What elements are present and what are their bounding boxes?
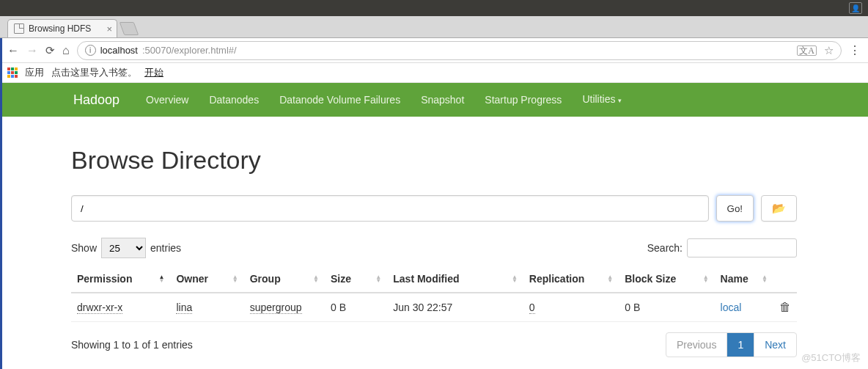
col-blocksize[interactable]: Block Size▲▼ (619, 266, 714, 293)
go-button[interactable]: Go! (716, 195, 754, 222)
nav-startup-progress[interactable]: Startup Progress (474, 83, 572, 117)
apps-icon[interactable] (7, 67, 18, 78)
nav-datanodes[interactable]: Datanodes (199, 83, 269, 117)
pager: Previous 1 Next (666, 332, 797, 357)
search-label: Search: (647, 242, 683, 254)
cell-size: 0 B (325, 293, 387, 322)
sort-icon: ▲▼ (313, 275, 319, 282)
window-titlebar: 👤 (0, 0, 868, 16)
nav-overview[interactable]: Overview (136, 83, 199, 117)
entries-label: entries (150, 242, 181, 254)
page-size-select[interactable]: 25 (101, 238, 146, 258)
pager-prev[interactable]: Previous (666, 333, 727, 357)
col-replication[interactable]: Replication▲▼ (523, 266, 619, 293)
user-icon[interactable]: 👤 (849, 2, 862, 14)
pager-page-1[interactable]: 1 (727, 333, 754, 357)
tab-title: Browsing HDFS (29, 23, 91, 34)
col-group[interactable]: Group▲▼ (244, 266, 325, 293)
directory-table: Permission▲▼ Owner▲▼ Group▲▼ Size▲▼ Last… (71, 266, 797, 322)
sort-icon: ▲▼ (375, 275, 381, 282)
table-row: drwxr-xr-x lina supergroup 0 B Jun 30 22… (71, 293, 797, 322)
cell-owner[interactable]: lina (176, 302, 192, 314)
bookmark-star-icon[interactable]: ☆ (824, 44, 834, 57)
col-permission[interactable]: Permission▲▼ (71, 266, 170, 293)
forward-icon[interactable]: → (26, 44, 38, 57)
back-icon[interactable]: ← (7, 44, 19, 57)
page-icon (14, 23, 24, 34)
close-tab-icon[interactable]: × (106, 23, 112, 34)
col-size[interactable]: Size▲▼ (325, 266, 387, 293)
col-name[interactable]: Name▲▼ (715, 266, 773, 293)
nav-snapshot[interactable]: Snapshot (411, 83, 474, 117)
start-bookmark-link[interactable]: 开始 (144, 66, 163, 79)
cell-permission[interactable]: drwxr-xr-x (77, 302, 122, 314)
app-navbar: Hadoop Overview Datanodes Datanode Volum… (0, 83, 868, 117)
menu-icon[interactable]: ⋮ (849, 43, 861, 57)
pager-next[interactable]: Next (754, 333, 796, 357)
reload-icon[interactable]: ⟳ (45, 44, 55, 57)
left-edge-stripe (0, 38, 2, 369)
brand-label[interactable]: Hadoop (73, 92, 119, 108)
cell-modified: Jun 30 22:57 (387, 293, 523, 322)
open-folder-button[interactable] (761, 195, 797, 222)
nav-utilities[interactable]: Utilities ▾ (572, 82, 632, 117)
main-container: Browse Directory Go! Show 25 entries Sea… (71, 146, 797, 369)
translate-icon[interactable]: 文A (797, 45, 817, 56)
show-label: Show (71, 242, 97, 254)
sort-icon: ▲▼ (232, 275, 238, 282)
url-bar[interactable]: i localhost:50070/explorer.html#/ 文A ☆ (77, 41, 842, 60)
browser-tab-strip: Browsing HDFS × (0, 16, 868, 38)
new-tab-button[interactable] (119, 22, 139, 35)
sort-icon: ▲▼ (607, 275, 613, 282)
sort-icon: ▲▼ (512, 275, 518, 282)
sort-icon: ▲▼ (762, 275, 768, 282)
table-info: Showing 1 to 1 of 1 entries (71, 339, 193, 351)
col-modified[interactable]: Last Modified▲▼ (387, 266, 523, 293)
nav-volume-failures[interactable]: Datanode Volume Failures (269, 83, 411, 117)
col-owner[interactable]: Owner▲▼ (170, 266, 243, 293)
caret-down-icon: ▾ (618, 97, 622, 104)
cell-replication[interactable]: 0 (529, 302, 535, 314)
search-input[interactable] (687, 238, 797, 257)
page-title: Browse Directory (71, 146, 797, 175)
url-path: :50070/explorer.html#/ (142, 45, 237, 56)
browser-tab[interactable]: Browsing HDFS × (7, 19, 117, 37)
cell-blocksize: 0 B (619, 293, 714, 322)
import-bookmarks-hint: 点击这里导入书签。 (51, 66, 137, 79)
info-icon[interactable]: i (85, 45, 96, 56)
sort-icon: ▲▼ (158, 275, 164, 282)
browser-nav-bar: ← → ⟳ ⌂ i localhost:50070/explorer.html#… (0, 38, 868, 63)
apps-label[interactable]: 应用 (25, 66, 44, 79)
bookmarks-bar: 应用 点击这里导入书签。 开始 (0, 63, 868, 83)
sort-icon: ▲▼ (703, 275, 709, 282)
cell-group[interactable]: supergroup (250, 302, 302, 314)
url-host: localhost (100, 45, 138, 56)
watermark: @51CTO博客 (801, 351, 861, 365)
delete-icon[interactable]: 🗑 (779, 301, 791, 313)
folder-open-icon (772, 202, 786, 215)
path-input[interactable] (71, 195, 709, 222)
home-icon[interactable]: ⌂ (62, 44, 70, 57)
cell-name-link[interactable]: local (721, 302, 742, 313)
